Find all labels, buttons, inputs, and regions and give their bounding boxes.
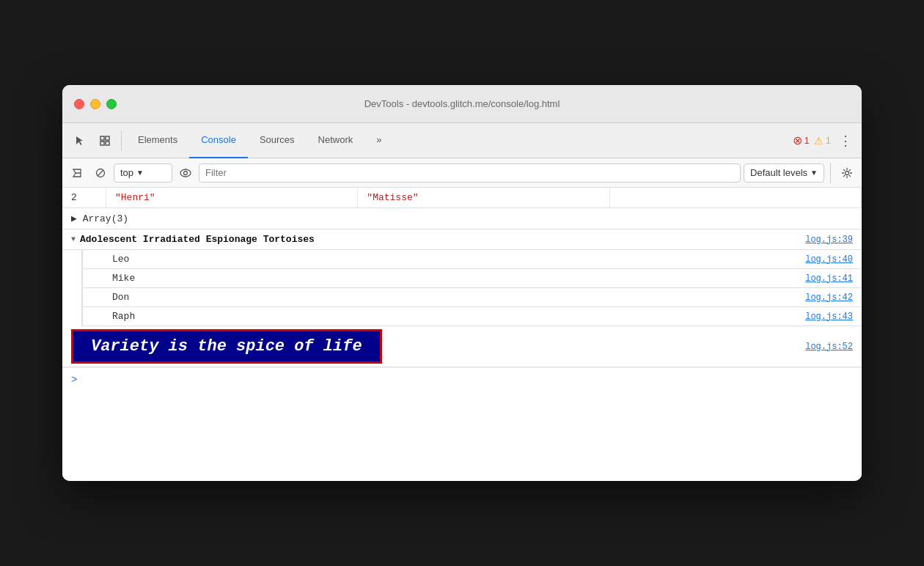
clear-console-button[interactable] bbox=[67, 163, 87, 183]
group-label: Adolescent Irradiated Espionage Tortoise… bbox=[80, 234, 315, 245]
maximize-button[interactable] bbox=[106, 99, 117, 109]
console-content: 2 "Henri" "Matisse" ▶ Array(3) ▼ Adolesc… bbox=[62, 188, 862, 481]
list-item: Mike log.js:41 bbox=[81, 269, 862, 288]
log-item-text: Don bbox=[112, 292, 129, 303]
devtools-window: DevTools - devtools.glitch.me/console/lo… bbox=[62, 85, 862, 481]
styled-output-row: Variety is the spice of life log.js:52 bbox=[62, 326, 862, 367]
svg-line-7 bbox=[98, 170, 103, 176]
warn-badge: ⚠ 1 bbox=[814, 135, 831, 147]
log-link[interactable]: log.js:43 bbox=[805, 312, 853, 322]
cursor-icon[interactable] bbox=[68, 129, 92, 152]
tab-network[interactable]: Network bbox=[307, 123, 365, 158]
svg-rect-0 bbox=[100, 136, 104, 140]
error-count: 1 bbox=[804, 135, 810, 146]
console-toolbar: top ▼ Default levels ▼ bbox=[62, 158, 862, 188]
svg-point-8 bbox=[180, 169, 191, 177]
table-cell-col1: "Henri" bbox=[106, 188, 358, 207]
list-item: Don log.js:42 bbox=[81, 288, 862, 307]
tab-elements[interactable]: Elements bbox=[126, 123, 189, 158]
log-item-text: Leo bbox=[112, 254, 129, 265]
log-item-text: Raph bbox=[112, 311, 135, 322]
filter-input[interactable] bbox=[199, 163, 741, 183]
svg-point-10 bbox=[846, 171, 849, 174]
array-row[interactable]: ▶ Array(3) bbox=[62, 208, 862, 229]
minimize-button[interactable] bbox=[90, 99, 100, 109]
log-link[interactable]: log.js:42 bbox=[805, 293, 853, 303]
warn-icon: ⚠ bbox=[814, 135, 824, 147]
table-row: 2 "Henri" "Matisse" bbox=[62, 188, 862, 208]
styled-log-link[interactable]: log.js:52 bbox=[805, 342, 853, 352]
styled-console-text: Variety is the spice of life bbox=[71, 329, 382, 364]
block-icon[interactable] bbox=[90, 163, 111, 183]
levels-selector[interactable]: Default levels ▼ bbox=[744, 163, 824, 183]
console-toolbar-divider bbox=[830, 163, 831, 183]
svg-rect-1 bbox=[106, 136, 109, 140]
tab-console[interactable]: Console bbox=[189, 123, 248, 158]
group-log-link[interactable]: log.js:39 bbox=[805, 235, 853, 245]
svg-rect-3 bbox=[106, 142, 109, 145]
svg-rect-2 bbox=[100, 142, 104, 145]
group-header-left: ▼ Adolescent Irradiated Espionage Tortoi… bbox=[71, 234, 315, 245]
log-link[interactable]: log.js:40 bbox=[805, 254, 853, 265]
main-toolbar: Elements Console Sources Network » ⊗ 1 ⚠ bbox=[62, 123, 862, 158]
prompt-row: > bbox=[62, 367, 862, 392]
levels-label: Default levels bbox=[750, 167, 807, 178]
warn-count: 1 bbox=[826, 135, 831, 146]
table-cell-col2: "Matisse" bbox=[358, 188, 609, 207]
close-button[interactable] bbox=[74, 99, 84, 109]
list-item: Leo log.js:40 bbox=[81, 250, 862, 269]
chevron-down-icon: ▼ bbox=[136, 169, 144, 177]
settings-button[interactable] bbox=[837, 163, 857, 183]
tab-sources[interactable]: Sources bbox=[248, 123, 307, 158]
tab-more[interactable]: » bbox=[364, 123, 393, 158]
log-item-text: Mike bbox=[112, 273, 135, 284]
tab-list: Elements Console Sources Network » bbox=[126, 123, 394, 158]
svg-point-9 bbox=[184, 171, 188, 174]
toolbar-right: ⊗ 1 ⚠ 1 ⋮ bbox=[793, 131, 856, 151]
inspect-icon[interactable] bbox=[93, 129, 117, 152]
log-link[interactable]: log.js:41 bbox=[805, 273, 853, 284]
eye-icon[interactable] bbox=[175, 163, 196, 183]
list-item: Raph log.js:43 bbox=[81, 307, 862, 326]
menu-button[interactable]: ⋮ bbox=[835, 131, 856, 151]
array-expand-icon: ▶ Array(3) bbox=[71, 213, 128, 224]
group-header: ▼ Adolescent Irradiated Espionage Tortoi… bbox=[62, 229, 862, 250]
prompt-icon: > bbox=[71, 374, 77, 386]
window-title: DevTools - devtools.glitch.me/console/lo… bbox=[364, 98, 560, 109]
traffic-lights bbox=[74, 99, 117, 109]
console-input[interactable] bbox=[83, 375, 853, 386]
table-cell-index: 2 bbox=[62, 188, 106, 207]
context-label: top bbox=[120, 167, 133, 178]
title-bar: DevTools - devtools.glitch.me/console/lo… bbox=[62, 85, 862, 123]
context-selector[interactable]: top ▼ bbox=[114, 163, 172, 183]
chevron-down-icon: ▼ bbox=[810, 169, 818, 177]
group-collapse-icon[interactable]: ▼ bbox=[71, 235, 76, 243]
toolbar-divider bbox=[121, 131, 122, 151]
table-cell-col3 bbox=[610, 188, 862, 207]
error-icon: ⊗ bbox=[793, 133, 802, 147]
error-badge: ⊗ 1 bbox=[793, 133, 810, 147]
